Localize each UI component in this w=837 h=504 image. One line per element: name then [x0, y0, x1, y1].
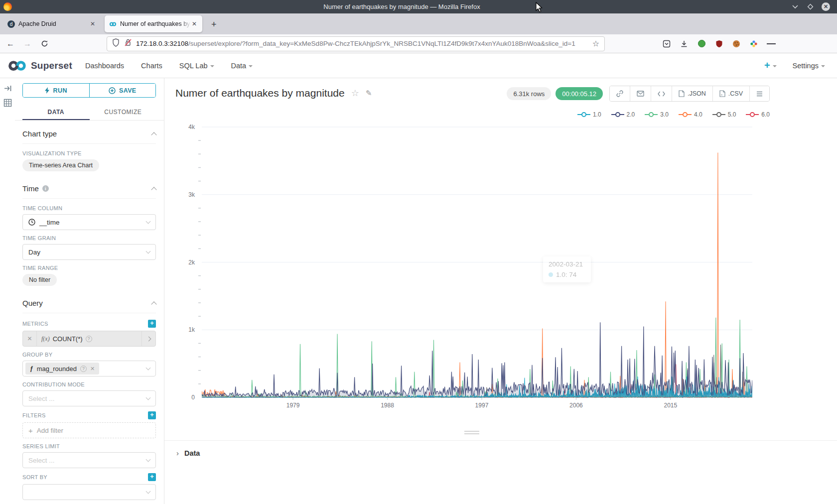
- link-icon: [616, 90, 623, 97]
- tracking-shield-icon[interactable]: [112, 38, 120, 49]
- sort-by-select[interactable]: [22, 484, 156, 500]
- export-csv-button[interactable]: x .CSV: [712, 86, 749, 101]
- contribution-mode-select[interactable]: Select ...: [22, 390, 156, 406]
- menu-icon[interactable]: [767, 39, 776, 48]
- legend-item-3.0[interactable]: 3.0: [645, 111, 669, 118]
- series-limit-select[interactable]: Select ...: [22, 452, 156, 468]
- nav-charts[interactable]: Charts: [141, 62, 162, 70]
- series-limit-label: SERIES LIMIT: [22, 443, 156, 449]
- nav-dashboards[interactable]: Dashboards: [85, 62, 124, 70]
- run-button[interactable]: RUN: [23, 84, 89, 97]
- chart-menu-button[interactable]: [749, 86, 769, 101]
- time-column-label: TIME COLUMN: [22, 205, 156, 211]
- filters-label: FILTERS: [22, 412, 46, 418]
- plus-icon: +: [764, 60, 770, 71]
- superset-favicon: [109, 20, 117, 28]
- brand-name: Superset: [31, 60, 72, 71]
- extension-ublock-icon[interactable]: [714, 39, 723, 48]
- svg-text:1997: 1997: [475, 402, 489, 409]
- collapse-chevron-icon: [151, 301, 156, 307]
- legend-item-2.0[interactable]: 2.0: [611, 111, 635, 118]
- superset-navbar: Superset Dashboards Charts SQL Lab Data …: [0, 53, 837, 78]
- edit-properties-icon[interactable]: ✎: [366, 89, 372, 98]
- add-filter-button[interactable]: +: [148, 411, 156, 419]
- tab-close-icon[interactable]: ✕: [191, 20, 198, 27]
- email-button[interactable]: [630, 86, 651, 101]
- bookmark-star-icon[interactable]: ☆: [592, 39, 599, 48]
- settings-menu[interactable]: Settings: [793, 62, 825, 70]
- legend-item-5.0[interactable]: 5.0: [712, 111, 736, 118]
- new-tab-button[interactable]: +: [208, 19, 220, 30]
- remove-chip-icon[interactable]: ✕: [90, 366, 95, 372]
- file-csv-icon: x: [719, 90, 725, 97]
- legend-item-4.0[interactable]: 4.0: [679, 111, 702, 118]
- nav-sql-lab[interactable]: SQL Lab: [179, 62, 214, 70]
- new-item-button[interactable]: +: [764, 60, 777, 71]
- svg-text:4k: 4k: [188, 124, 195, 130]
- nav-data[interactable]: Data: [231, 62, 253, 70]
- remove-metric-icon[interactable]: ✕: [23, 331, 37, 346]
- section-chart-type[interactable]: Chart type: [22, 129, 156, 144]
- forward-button[interactable]: →: [21, 37, 34, 50]
- reload-button[interactable]: [38, 37, 51, 50]
- caret-down-icon: [210, 65, 214, 67]
- chevron-down-icon: [146, 489, 151, 494]
- tab-strip: d Apache Druid ✕ Numer of earthquakes by…: [0, 13, 837, 34]
- tooltip-value: 1.0: 74: [556, 271, 576, 278]
- insecure-lock-icon[interactable]: [124, 38, 132, 49]
- time-range-label: TIME RANGE: [22, 265, 156, 271]
- download-icon[interactable]: [680, 39, 689, 48]
- collapse-panel-icon[interactable]: [3, 84, 12, 93]
- svg-text:1k: 1k: [188, 326, 195, 333]
- url-text: 172.18.0.3:32108/superset/explore/?form_…: [136, 40, 592, 47]
- window-maximize-icon[interactable]: [807, 3, 814, 10]
- svg-text:0: 0: [191, 394, 195, 401]
- save-button[interactable]: SAVE: [89, 84, 156, 97]
- tab-customize[interactable]: CUSTOMIZE: [90, 106, 157, 120]
- viz-type-pill[interactable]: Time-series Area Chart: [22, 159, 99, 171]
- window-close-icon[interactable]: ✕: [822, 2, 830, 11]
- data-panel-header[interactable]: › Data: [164, 440, 837, 457]
- timeseries-area-chart[interactable]: 01k2k3k4k19791988199720062015: [164, 121, 837, 414]
- tab-data[interactable]: DATA: [22, 106, 90, 120]
- code-icon: [658, 91, 665, 97]
- extension-pinwheel-icon[interactable]: [749, 39, 758, 48]
- tab-superset-chart[interactable]: Numer of earthquakes by ✕: [105, 15, 202, 32]
- time-range-pill[interactable]: No filter: [22, 274, 57, 286]
- export-json-button[interactable]: .JSON: [672, 86, 712, 101]
- superset-logo[interactable]: Superset: [7, 59, 72, 72]
- back-button[interactable]: ←: [4, 37, 17, 50]
- dataset-grid-icon[interactable]: [3, 99, 12, 107]
- extension-green-icon[interactable]: [697, 39, 706, 48]
- clock-icon: [28, 219, 35, 226]
- favorite-star-icon[interactable]: ☆: [351, 88, 359, 99]
- metric-chip-count[interactable]: ✕ f(x) COUNT(*) ?: [22, 331, 156, 347]
- legend-item-1.0[interactable]: 1.0: [577, 111, 601, 118]
- legend-item-6.0[interactable]: 6.0: [746, 111, 770, 118]
- druid-favicon: d: [7, 20, 15, 28]
- expand-metric-icon[interactable]: [141, 331, 155, 346]
- control-panel: RUN SAVE DATA CUSTOMIZE Chart type VISUA…: [15, 78, 164, 504]
- caret-down-icon: [249, 65, 253, 67]
- add-sort-button[interactable]: +: [148, 473, 156, 481]
- extension-cookie-icon[interactable]: [732, 39, 741, 48]
- time-column-select[interactable]: __time: [22, 214, 156, 230]
- tab-close-icon[interactable]: ✕: [89, 20, 96, 27]
- embed-code-button[interactable]: [651, 86, 672, 101]
- group-by-chip[interactable]: ƒ mag_rounded ? ✕: [25, 363, 99, 375]
- section-time[interactable]: Timei: [22, 184, 156, 199]
- url-bar[interactable]: 172.18.0.3:32108/superset/explore/?form_…: [107, 36, 605, 51]
- add-filter-dropzone[interactable]: + Add filter: [22, 422, 156, 438]
- section-query[interactable]: Query: [22, 299, 156, 313]
- metrics-label: METRICS: [22, 321, 48, 327]
- resize-drag-handle[interactable]: [464, 431, 479, 436]
- left-icon-rail: [0, 78, 15, 504]
- pocket-icon[interactable]: [662, 39, 671, 48]
- window-minimize-icon[interactable]: [792, 3, 799, 10]
- tab-apache-druid[interactable]: d Apache Druid ✕: [3, 15, 101, 32]
- group-by-select[interactable]: ƒ mag_rounded ? ✕: [22, 361, 156, 377]
- time-grain-select[interactable]: Day: [22, 244, 156, 260]
- svg-text:x: x: [721, 93, 722, 96]
- add-metric-button[interactable]: +: [148, 320, 156, 328]
- copy-link-button[interactable]: [610, 86, 630, 101]
